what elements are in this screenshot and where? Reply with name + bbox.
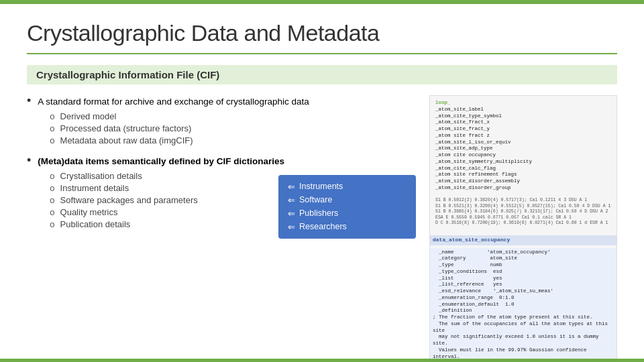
arrow-instruments: ⇐ Instruments [288, 182, 407, 192]
sub-text-2: Processed data (structure factors) [60, 123, 192, 133]
arrow-researchers: ⇐ Researchers [288, 222, 407, 232]
arrow-text-4: Researchers [299, 222, 347, 231]
arrow-block: ⇐ Instruments ⇐ Software ⇐ [278, 175, 416, 239]
sub-bullet-2: o Processed data (structure factors) [50, 123, 309, 133]
main-content-row: • A standard format for archive and exch… [27, 95, 617, 362]
arrow-publishers: ⇐ Publishers [288, 208, 407, 219]
bottom-sub-text-3: Software packages and parameters [60, 195, 198, 205]
sub-text-3: Metadata about raw data (imgCIF) [60, 135, 193, 145]
arrow-text-2: Software [299, 195, 332, 204]
bottom-sub-text-2: Instrument details [60, 183, 129, 193]
top-bullet: • A standard format for archive and exch… [27, 95, 416, 149]
code-panel: loop_ _atom_site_label _atom_cite_type_s… [429, 95, 617, 362]
bottom-bullet-content: (Meta)data items semantically defined by… [38, 155, 416, 239]
top-bullet-text: A standard format for archive and exchan… [38, 97, 309, 107]
bottom-sub-4: o Quality metrics [50, 207, 278, 217]
sub-bullet-3: o Metadata about raw data (imgCIF) [50, 135, 309, 145]
arrow-box-area: ⇐ Instruments ⇐ Software ⇐ [278, 168, 416, 239]
bottom-sub-3: o Software packages and parameters [50, 195, 278, 205]
bottom-sub-text-4: Quality metrics [60, 207, 118, 217]
bottom-sub-bullets: o Crystallisation details o Instrument d… [38, 168, 278, 239]
title-divider [27, 53, 617, 54]
sub-o-1: o [50, 111, 54, 121]
bottom-sub-5: o Publication details [50, 219, 278, 229]
bottom-bullet-text: (Meta)data items semantically defined by… [38, 156, 284, 166]
top-bullet-content: A standard format for archive and exchan… [38, 95, 309, 149]
bottom-sub-2: o Instrument details [50, 183, 278, 193]
section-header: Crystallographic Information File (CIF) [27, 65, 617, 84]
slide: Crystallographic Data and Metadata Cryst… [0, 0, 644, 362]
bottom-sub-text-5: Publication details [60, 219, 131, 229]
sub-o-3: o [50, 135, 54, 145]
sub-o-2: o [50, 123, 54, 133]
bullet-dot-2: • [27, 154, 31, 168]
bullet-dot: • [27, 94, 31, 108]
left-column: • A standard format for archive and exch… [27, 95, 416, 362]
bottom-sub-text-1: Crystallisation details [60, 171, 142, 181]
arrow-text-1: Instruments [299, 182, 343, 191]
arrow-software: ⇐ Software [288, 195, 407, 205]
bottom-bullet: • (Meta)data items semantically defined … [27, 155, 416, 239]
bottom-section: • (Meta)data items semantically defined … [27, 155, 416, 239]
top-sub-bullets: o Derived model o Processed data (struct… [50, 111, 309, 145]
bottom-bar [0, 359, 644, 362]
bottom-sub-1: o Crystallisation details [50, 171, 278, 181]
arrow-text-3: Publishers [299, 208, 338, 218]
bottom-sub-list: o Crystallisation details o Instrument d… [50, 171, 278, 229]
code-top: loop_ _atom_site_label _atom_cite_type_s… [435, 100, 611, 362]
slide-title: Crystallographic Data and Metadata [27, 20, 617, 46]
sub-text-1: Derived model [60, 111, 117, 121]
sub-bullet-1: o Derived model [50, 111, 309, 121]
bottom-bullets-row: o Crystallisation details o Instrument d… [38, 168, 416, 239]
